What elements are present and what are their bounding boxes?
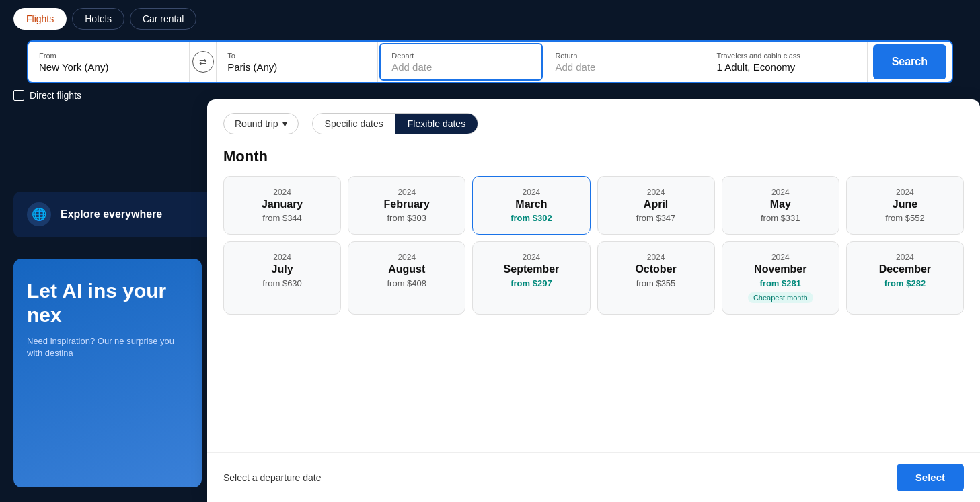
from-label: From (39, 52, 178, 60)
month-name: April (605, 198, 708, 210)
month-year: 2024 (480, 253, 582, 262)
month-card-march[interactable]: 2024Marchfrom $302 (472, 176, 590, 235)
month-card-august[interactable]: 2024Augustfrom $408 (348, 241, 465, 315)
month-price: from $630 (231, 278, 334, 288)
to-value: Paris (Any) (227, 61, 367, 73)
month-name: February (355, 198, 458, 210)
ai-card: Let AI ins your nex Need inspiration? Ou… (13, 259, 202, 487)
month-card-june[interactable]: 2024Junefrom $552 (846, 176, 964, 235)
month-year: 2024 (729, 253, 832, 262)
travelers-value: 1 Adult, Economy (717, 61, 856, 73)
month-year: 2024 (605, 187, 708, 197)
search-bar: From New York (Any) ⇄ To Paris (Any) Dep… (27, 40, 953, 83)
month-year: 2024 (480, 187, 582, 197)
month-year: 2024 (355, 253, 458, 262)
checkbox-icon (13, 90, 24, 101)
month-year: 2024 (231, 253, 334, 262)
date-picker-panel: Round trip ▾ Specific dates Flexible dat… (207, 99, 980, 502)
from-field[interactable]: From New York (Any) (28, 42, 190, 82)
month-card-july[interactable]: 2024Julyfrom $630 (223, 241, 341, 315)
specific-dates-button[interactable]: Specific dates (313, 114, 395, 134)
travelers-label: Travelers and cabin class (717, 52, 856, 60)
globe-icon: 🌐 (27, 202, 51, 226)
month-card-september[interactable]: 2024Septemberfrom $297 (472, 241, 590, 315)
month-year: 2024 (355, 187, 458, 197)
to-field[interactable]: To Paris (Any) (217, 42, 378, 82)
month-card-april[interactable]: 2024Aprilfrom $347 (597, 176, 715, 235)
hotels-tab[interactable]: Hotels (72, 8, 124, 30)
round-trip-label: Round trip (235, 118, 278, 129)
month-card-december[interactable]: 2024Decemberfrom $282 (846, 241, 964, 315)
month-card-november[interactable]: 2024Novemberfrom $281Cheapest month (722, 241, 839, 315)
month-price: from $331 (729, 213, 832, 223)
round-trip-button[interactable]: Round trip ▾ (223, 113, 299, 134)
month-name: October (605, 263, 708, 276)
date-mode-group: Specific dates Flexible dates (312, 113, 479, 134)
month-price: from $297 (480, 278, 582, 288)
flights-tab[interactable]: Flights (13, 8, 67, 30)
cheapest-badge: Cheapest month (748, 292, 813, 303)
month-name: July (231, 263, 334, 276)
month-price: from $347 (605, 213, 708, 223)
month-name: March (480, 198, 582, 210)
direct-flights-checkbox[interactable]: Direct flights (13, 90, 81, 101)
from-value: New York (Any) (39, 61, 178, 73)
swap-button[interactable]: ⇄ (190, 42, 217, 82)
month-year: 2024 (854, 187, 956, 197)
to-label: To (227, 52, 367, 60)
month-name: December (854, 263, 956, 276)
footer-label: Select a departure date (223, 472, 322, 483)
month-grid: 2024Januaryfrom $3442024Februaryfrom $30… (223, 176, 964, 315)
panel-top-row: Round trip ▾ Specific dates Flexible dat… (223, 113, 964, 134)
month-year: 2024 (854, 253, 956, 262)
month-price: from $344 (231, 213, 334, 223)
flexible-dates-button[interactable]: Flexible dates (395, 114, 478, 134)
return-field[interactable]: Return Add date (544, 42, 706, 82)
month-card-february[interactable]: 2024Februaryfrom $303 (348, 176, 465, 235)
month-year: 2024 (729, 187, 832, 197)
direct-flights-label: Direct flights (30, 90, 81, 101)
ai-title: Let AI ins your nex (27, 279, 188, 327)
search-btn-wrap: Search (868, 42, 952, 82)
explore-label: Explore everywhere (61, 208, 162, 220)
panel-footer: Select a departure date Select (207, 452, 980, 502)
return-placeholder: Add date (555, 61, 694, 73)
month-price: from $303 (355, 213, 458, 223)
month-card-may[interactable]: 2024Mayfrom $331 (722, 176, 839, 235)
month-price: from $408 (355, 278, 458, 288)
depart-label: Depart (391, 52, 531, 60)
search-button[interactable]: Search (873, 44, 946, 79)
month-price: from $302 (480, 213, 582, 223)
car-rental-tab[interactable]: Car rental (130, 8, 196, 30)
return-label: Return (555, 52, 694, 60)
month-price: from $282 (854, 278, 956, 288)
depart-placeholder: Add date (391, 61, 531, 73)
month-price: from $552 (854, 213, 956, 223)
round-trip-chevron: ▾ (282, 118, 287, 129)
month-price: from $355 (605, 278, 708, 288)
month-year: 2024 (605, 253, 708, 262)
month-name: November (729, 263, 832, 276)
month-name: June (854, 198, 956, 210)
month-card-october[interactable]: 2024Octoberfrom $355 (597, 241, 715, 315)
travelers-field[interactable]: Travelers and cabin class 1 Adult, Econo… (706, 42, 868, 82)
month-name: January (231, 198, 334, 210)
month-heading: Month (223, 148, 964, 165)
swap-icon: ⇄ (192, 51, 214, 73)
month-year: 2024 (231, 187, 334, 197)
month-name: August (355, 263, 458, 276)
depart-field[interactable]: Depart Add date (379, 43, 543, 81)
month-card-january[interactable]: 2024Januaryfrom $344 (223, 176, 341, 235)
month-name: May (729, 198, 832, 210)
month-price: from $281 (729, 278, 832, 288)
select-button[interactable]: Select (897, 464, 964, 491)
ai-sub: Need inspiration? Our ne surprise you wi… (27, 335, 188, 360)
month-name: September (480, 263, 582, 276)
